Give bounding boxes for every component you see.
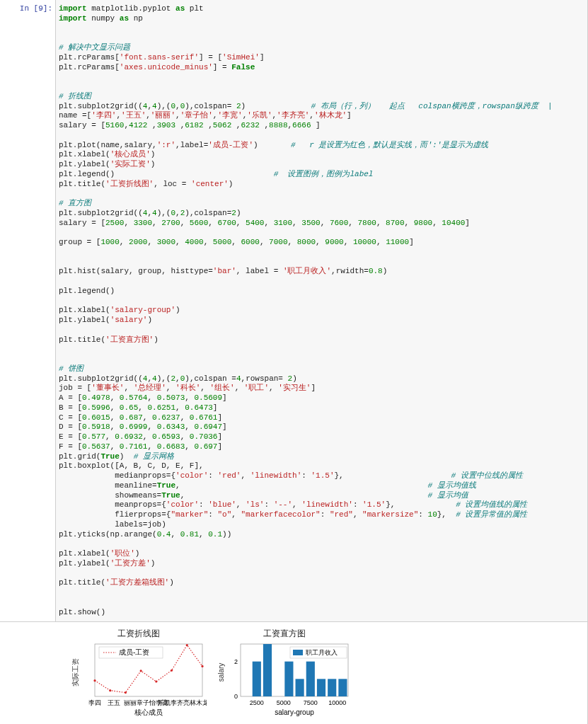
svg-point-6 [155,681,157,683]
code-cell: In [9]: import matplotlib.pyplot as plt … [0,0,588,622]
svg-rect-23 [296,679,304,697]
svg-text:2: 2 [234,658,238,665]
svg-text:成员-工资: 成员-工资 [119,648,149,656]
line-chart-title: 工资折线图 [71,628,207,640]
svg-point-2 [93,679,96,682]
svg-text:职工月收入: 职工月收入 [306,649,338,656]
svg-text:salary: salary [217,663,225,682]
svg-text:2500: 2500 [250,699,264,706]
svg-rect-21 [263,644,272,696]
svg-rect-26 [328,679,336,697]
svg-point-9 [201,665,203,667]
svg-rect-20 [253,662,261,696]
histogram-chart: 工资直方图 salary02职工月收入25005000750010000sala… [217,628,352,720]
svg-text:0: 0 [234,693,238,700]
code-area[interactable]: import matplotlib.pyplot as plt import n… [55,0,587,621]
svg-rect-22 [284,662,293,696]
output-prompt [0,622,55,724]
source-code: import matplotlib.pyplot as plt import n… [59,4,582,617]
svg-text:7500: 7500 [304,699,318,706]
svg-rect-24 [306,662,315,696]
cell-prompt: In [9]: [0,0,55,621]
svg-text:乐凯李齐亮林木龙: 乐凯李齐亮林木龙 [158,699,207,706]
svg-text:salary-group: salary-group [275,708,314,716]
line-chart: 工资折线图 实际工资成员-工资李四王五丽丽章子怡李宽乐凯李齐亮林木龙核心成员 [71,628,207,720]
svg-point-8 [186,644,188,646]
svg-point-7 [171,670,173,672]
output-area: 工资折线图 实际工资成员-工资李四王五丽丽章子怡李宽乐凯李齐亮林木龙核心成员 工… [55,622,587,724]
svg-point-5 [140,670,142,672]
svg-text:5000: 5000 [277,699,291,706]
histogram-title: 工资直方图 [217,628,352,640]
svg-rect-27 [338,679,347,697]
svg-text:实际工资: 实际工资 [71,658,79,686]
svg-point-3 [109,689,111,691]
svg-rect-25 [317,679,325,697]
svg-text:核心成员: 核心成员 [134,708,163,716]
prompt-label: In [9]: [20,4,52,13]
svg-rect-31 [293,650,303,655]
svg-text:10000: 10000 [328,699,346,706]
output-cell: 工资折线图 实际工资成员-工资李四王五丽丽章子怡李宽乐凯李齐亮林木龙核心成员 工… [0,622,588,724]
svg-text:王五: 王五 [108,699,120,706]
svg-point-4 [125,691,127,694]
svg-text:李四: 李四 [88,699,101,706]
